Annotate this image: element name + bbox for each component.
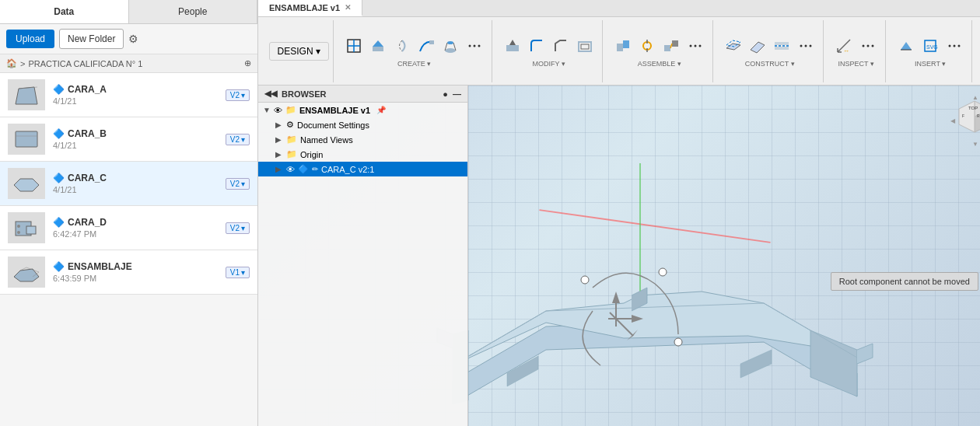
tab-close-icon[interactable]: ✕ — [345, 3, 351, 12]
svg-text:↔: ↔ — [843, 47, 849, 54]
version-badge-cara-a[interactable]: V2▾ — [226, 89, 250, 101]
upload-button[interactable]: Upload — [6, 30, 54, 48]
create-extrude-button[interactable] — [367, 35, 389, 57]
expand-arrow-named-views[interactable]: ▶ — [275, 135, 283, 144]
svg-marker-20 — [509, 40, 516, 45]
svg-rect-24 — [623, 40, 629, 48]
expand-arrow-doc-settings[interactable]: ▶ — [275, 120, 283, 129]
file-icon-cara-c: 🔷 — [53, 173, 65, 183]
viewport[interactable]: ◀◀ BROWSER ● — ▼ 👁 📁 ENSAMBLAJE v1 📌 ▶ ⚙ — [258, 86, 980, 426]
component-icon-cara-c: 🔷 — [298, 164, 309, 174]
version-badge-cara-c[interactable]: V2▾ — [226, 178, 250, 190]
visibility-icon-ensamblaje[interactable]: 👁 — [274, 106, 282, 115]
browser-label-named-views: Named Views — [300, 135, 353, 145]
svg-text:▼: ▼ — [972, 141, 978, 148]
expand-arrow-cara-c-component[interactable]: ▶ — [275, 165, 283, 173]
browser-back-icon[interactable]: ◀◀ — [264, 89, 277, 99]
create-loft-button[interactable] — [439, 35, 461, 57]
construct-more-button[interactable] — [795, 35, 817, 57]
svg-rect-9 — [373, 47, 383, 51]
modify-shell-button[interactable] — [574, 35, 596, 57]
inspect-more-button[interactable] — [857, 35, 879, 57]
svg-point-12 — [445, 48, 456, 53]
svg-rect-23 — [617, 44, 623, 51]
construct-plane-angle-button[interactable] — [747, 35, 768, 57]
svg-text:◀: ◀ — [950, 117, 956, 124]
svg-point-5 — [17, 231, 20, 234]
svg-line-30 — [670, 44, 672, 48]
modify-fillet-button[interactable] — [526, 35, 548, 57]
expand-arrow-origin[interactable]: ▶ — [275, 150, 283, 159]
assemble-more-button[interactable] — [684, 35, 706, 57]
browser-item-doc-settings[interactable]: ▶ ⚙ Document Settings — [258, 117, 467, 132]
file-item-cara-c[interactable]: 🔷 CARA_C 4/1/21 V2▾ — [0, 162, 257, 206]
file-list: 🔷 CARA_A 4/1/21 V2▾ — [0, 73, 257, 426]
svg-point-51 — [958, 44, 961, 47]
insert-more-button[interactable] — [943, 35, 965, 57]
construct-offset-plane-button[interactable] — [723, 35, 744, 57]
browser-item-cara-c-component[interactable]: ▶ 👁 🔷 ✏ CARA_C v2:1 — [258, 162, 467, 176]
file-icon-ensamblaje: 🔷 — [53, 261, 65, 272]
browser-panel: ◀◀ BROWSER ● — ▼ 👁 📁 ENSAMBLAJE v1 📌 ▶ ⚙ — [258, 86, 468, 426]
new-folder-button[interactable]: New Folder — [59, 29, 124, 49]
expand-arrow-ensamblaje[interactable]: ▼ — [263, 106, 271, 114]
create-sweep-button[interactable] — [415, 35, 437, 57]
file-item-cara-a[interactable]: 🔷 CARA_A 4/1/21 V2▾ — [0, 73, 257, 117]
version-badge-cara-d[interactable]: V2▾ — [226, 222, 250, 234]
dropdown-arrow-icon: ▾ — [316, 46, 320, 57]
home-icon[interactable]: 🏠 — [6, 58, 17, 68]
svg-point-46 — [872, 44, 874, 47]
assemble-joint-button[interactable] — [636, 35, 658, 57]
assemble-new-component-button[interactable] — [612, 35, 634, 57]
visibility-icon-cara-c[interactable]: 👁 — [286, 165, 295, 174]
svg-point-45 — [867, 44, 870, 47]
version-badge-cara-b[interactable]: V2▾ — [226, 134, 250, 145]
pin-icon-ensamblaje[interactable]: 📌 — [376, 106, 386, 114]
construct-midplane-button[interactable] — [771, 35, 793, 57]
active-tab[interactable]: ENSAMBLAJE v1 ✕ — [258, 0, 362, 16]
view-cube[interactable]: TOP R F ▲ ▼ ◀ ▶ — [947, 93, 980, 148]
modify-group-label: MODIFY ▾ — [533, 60, 565, 68]
file-icon-cara-a: 🔷 — [53, 84, 65, 95]
modify-press-pull-button[interactable] — [502, 35, 523, 57]
browser-item-named-views[interactable]: ▶ 📁 Named Views — [258, 132, 467, 147]
browser-label-ensamblaje: ENSAMBLAJE v1 — [299, 106, 370, 115]
toolbar-group-assemble: ASSEMBLE ▾ — [606, 20, 713, 82]
file-item-cara-d[interactable]: 🔷 CARA_D 6:42:47 PM V2▾ — [0, 206, 257, 250]
create-more-button[interactable] — [464, 35, 485, 57]
breadcrumb-text: PRACTICA CALIFICADA N° 1 — [28, 59, 142, 68]
tab-people[interactable]: People — [129, 0, 258, 23]
svg-point-33 — [699, 44, 702, 47]
browser-item-ensamblaje[interactable]: ▼ 👁 📁 ENSAMBLAJE v1 📌 — [258, 103, 467, 117]
insert-group-label: INSERT ▾ — [915, 60, 946, 68]
file-item-ensamblaje[interactable]: 🔷 ENSAMBLAJE 6:43:59 PM V1▾ — [0, 250, 257, 295]
svg-marker-10 — [373, 40, 383, 47]
browser-item-origin[interactable]: ▶ 📁 Origin — [258, 147, 467, 162]
tab-data[interactable]: Data — [0, 0, 129, 23]
svg-point-38 — [805, 44, 807, 47]
modify-chamfer-button[interactable] — [550, 35, 572, 57]
svg-text:▲: ▲ — [972, 94, 978, 101]
breadcrumb-action-icon[interactable]: ⊕ — [244, 58, 251, 68]
assemble-group-label: ASSEMBLE ▾ — [638, 60, 681, 68]
version-badge-ensamblaje[interactable]: V1▾ — [226, 267, 250, 278]
svg-point-53 — [659, 268, 667, 276]
insert-svg-button[interactable]: SVG — [919, 35, 941, 57]
folder-icon-named-views: 📁 — [286, 134, 297, 145]
file-item-cara-b[interactable]: 🔷 CARA_B 4/1/21 V2▾ — [0, 117, 257, 162]
assemble-asbuilt-button[interactable] — [660, 35, 682, 57]
svg-rect-22 — [581, 44, 589, 49]
browser-more-icon[interactable]: — — [453, 89, 461, 99]
create-new-body-button[interactable] — [343, 35, 365, 57]
insert-mesh-button[interactable] — [895, 35, 917, 57]
inspect-measure-button[interactable]: ↔ — [833, 35, 855, 57]
file-icon-cara-d: 🔷 — [53, 217, 65, 228]
browser-title-text: BROWSER — [282, 89, 326, 99]
design-dropdown-button[interactable]: DESIGN ▾ — [269, 42, 329, 61]
browser-collapse-icon[interactable]: ● — [443, 89, 448, 99]
settings-gear-button[interactable]: ⚙ — [128, 33, 138, 45]
svg-point-13 — [447, 41, 453, 44]
create-revolve-button[interactable] — [391, 35, 413, 57]
create-group-label: CREATE ▾ — [397, 60, 431, 68]
svg-rect-29 — [672, 40, 678, 47]
